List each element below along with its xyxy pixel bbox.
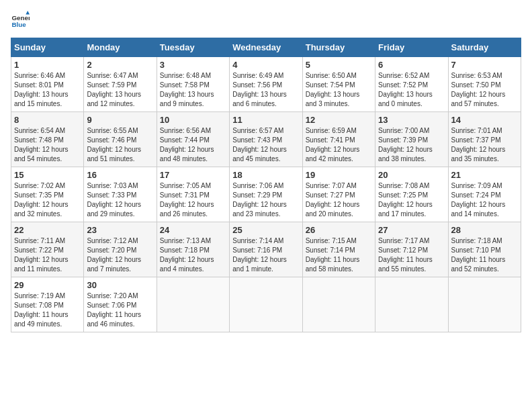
day-info: Sunrise: 7:17 AM Sunset: 7:12 PM Dayligh… <box>378 236 445 274</box>
svg-text:Blue: Blue <box>11 21 26 28</box>
col-header-friday: Friday <box>375 38 448 57</box>
day-number: 1 <box>14 60 81 70</box>
calendar-cell: 21 Sunrise: 7:09 AM Sunset: 7:24 PM Dayl… <box>448 167 521 222</box>
day-number: 25 <box>232 225 299 235</box>
svg-marker-2 <box>26 11 30 15</box>
logo-icon: General Blue <box>11 11 30 30</box>
day-info: Sunrise: 6:53 AM Sunset: 7:50 PM Dayligh… <box>451 71 518 109</box>
day-info: Sunrise: 7:08 AM Sunset: 7:25 PM Dayligh… <box>378 181 445 219</box>
day-info: Sunrise: 6:46 AM Sunset: 8:01 PM Dayligh… <box>14 71 81 109</box>
day-number: 5 <box>306 60 372 70</box>
day-info: Sunrise: 7:14 AM Sunset: 7:16 PM Dayligh… <box>232 236 299 274</box>
day-number: 27 <box>378 225 445 235</box>
calendar-week-2: 8 Sunrise: 6:54 AM Sunset: 7:48 PM Dayli… <box>11 112 521 167</box>
calendar-cell: 23 Sunrise: 7:12 AM Sunset: 7:20 PM Dayl… <box>84 222 157 277</box>
calendar-cell: 8 Sunrise: 6:54 AM Sunset: 7:48 PM Dayli… <box>11 112 84 167</box>
day-info: Sunrise: 6:56 AM Sunset: 7:44 PM Dayligh… <box>160 126 226 164</box>
calendar-cell: 5 Sunrise: 6:50 AM Sunset: 7:54 PM Dayli… <box>302 57 375 112</box>
day-info: Sunrise: 7:02 AM Sunset: 7:35 PM Dayligh… <box>14 181 81 219</box>
day-info: Sunrise: 7:05 AM Sunset: 7:31 PM Dayligh… <box>160 181 226 219</box>
col-header-wednesday: Wednesday <box>230 38 302 57</box>
calendar-cell <box>448 277 521 332</box>
calendar-cell: 4 Sunrise: 6:49 AM Sunset: 7:56 PM Dayli… <box>230 57 302 112</box>
day-info: Sunrise: 7:03 AM Sunset: 7:33 PM Dayligh… <box>87 181 153 219</box>
day-number: 20 <box>378 170 445 180</box>
calendar-cell: 1 Sunrise: 6:46 AM Sunset: 8:01 PM Dayli… <box>11 57 84 112</box>
calendar-cell: 12 Sunrise: 6:59 AM Sunset: 7:41 PM Dayl… <box>302 112 375 167</box>
calendar-cell <box>302 277 375 332</box>
page-header: General Blue <box>11 11 521 30</box>
logo: General Blue <box>11 11 32 30</box>
calendar-header: SundayMondayTuesdayWednesdayThursdayFrid… <box>11 38 521 57</box>
day-info: Sunrise: 6:54 AM Sunset: 7:48 PM Dayligh… <box>14 126 81 164</box>
day-number: 13 <box>378 115 445 125</box>
calendar-cell: 28 Sunrise: 7:18 AM Sunset: 7:10 PM Dayl… <box>448 222 521 277</box>
day-info: Sunrise: 6:57 AM Sunset: 7:43 PM Dayligh… <box>232 126 299 164</box>
day-info: Sunrise: 6:50 AM Sunset: 7:54 PM Dayligh… <box>306 71 372 109</box>
day-number: 9 <box>87 115 153 125</box>
day-info: Sunrise: 7:01 AM Sunset: 7:37 PM Dayligh… <box>451 126 518 164</box>
day-number: 26 <box>306 225 372 235</box>
calendar-cell: 3 Sunrise: 6:48 AM Sunset: 7:58 PM Dayli… <box>157 57 229 112</box>
calendar-cell: 30 Sunrise: 7:20 AM Sunset: 7:06 PM Dayl… <box>84 277 157 332</box>
day-number: 14 <box>451 115 518 125</box>
day-number: 29 <box>14 280 81 290</box>
day-number: 12 <box>306 115 372 125</box>
day-info: Sunrise: 6:48 AM Sunset: 7:58 PM Dayligh… <box>160 71 226 109</box>
day-number: 4 <box>232 60 299 70</box>
col-header-tuesday: Tuesday <box>157 38 229 57</box>
calendar-cell: 13 Sunrise: 7:00 AM Sunset: 7:39 PM Dayl… <box>375 112 448 167</box>
calendar-cell: 26 Sunrise: 7:15 AM Sunset: 7:14 PM Dayl… <box>302 222 375 277</box>
day-number: 19 <box>306 170 372 180</box>
calendar-cell: 18 Sunrise: 7:06 AM Sunset: 7:29 PM Dayl… <box>230 167 302 222</box>
day-info: Sunrise: 7:18 AM Sunset: 7:10 PM Dayligh… <box>451 236 518 274</box>
calendar-cell: 15 Sunrise: 7:02 AM Sunset: 7:35 PM Dayl… <box>11 167 84 222</box>
day-info: Sunrise: 7:12 AM Sunset: 7:20 PM Dayligh… <box>87 236 153 274</box>
day-number: 30 <box>87 280 153 290</box>
day-number: 8 <box>14 115 81 125</box>
day-number: 3 <box>160 60 226 70</box>
day-number: 16 <box>87 170 153 180</box>
day-number: 23 <box>87 225 153 235</box>
day-number: 18 <box>232 170 299 180</box>
day-number: 22 <box>14 225 81 235</box>
calendar-cell: 27 Sunrise: 7:17 AM Sunset: 7:12 PM Dayl… <box>375 222 448 277</box>
calendar-week-3: 15 Sunrise: 7:02 AM Sunset: 7:35 PM Dayl… <box>11 167 521 222</box>
calendar-cell <box>157 277 229 332</box>
day-number: 21 <box>451 170 518 180</box>
calendar-cell: 10 Sunrise: 6:56 AM Sunset: 7:44 PM Dayl… <box>157 112 229 167</box>
calendar-cell: 19 Sunrise: 7:07 AM Sunset: 7:27 PM Dayl… <box>302 167 375 222</box>
day-info: Sunrise: 7:20 AM Sunset: 7:06 PM Dayligh… <box>87 291 153 329</box>
day-number: 6 <box>378 60 445 70</box>
col-header-monday: Monday <box>84 38 157 57</box>
calendar-week-1: 1 Sunrise: 6:46 AM Sunset: 8:01 PM Dayli… <box>11 57 521 112</box>
day-number: 2 <box>87 60 153 70</box>
calendar-cell: 14 Sunrise: 7:01 AM Sunset: 7:37 PM Dayl… <box>448 112 521 167</box>
day-info: Sunrise: 7:09 AM Sunset: 7:24 PM Dayligh… <box>451 181 518 219</box>
day-info: Sunrise: 6:47 AM Sunset: 7:59 PM Dayligh… <box>87 71 153 109</box>
calendar-week-4: 22 Sunrise: 7:11 AM Sunset: 7:22 PM Dayl… <box>11 222 521 277</box>
day-info: Sunrise: 7:19 AM Sunset: 7:08 PM Dayligh… <box>14 291 81 329</box>
calendar-cell: 11 Sunrise: 6:57 AM Sunset: 7:43 PM Dayl… <box>230 112 302 167</box>
day-info: Sunrise: 7:13 AM Sunset: 7:18 PM Dayligh… <box>160 236 226 274</box>
day-number: 17 <box>160 170 226 180</box>
calendar-cell: 20 Sunrise: 7:08 AM Sunset: 7:25 PM Dayl… <box>375 167 448 222</box>
day-info: Sunrise: 7:15 AM Sunset: 7:14 PM Dayligh… <box>306 236 372 274</box>
day-info: Sunrise: 7:00 AM Sunset: 7:39 PM Dayligh… <box>378 126 445 164</box>
col-header-sunday: Sunday <box>11 38 84 57</box>
col-header-saturday: Saturday <box>448 38 521 57</box>
day-info: Sunrise: 7:11 AM Sunset: 7:22 PM Dayligh… <box>14 236 81 274</box>
day-number: 7 <box>451 60 518 70</box>
day-info: Sunrise: 6:59 AM Sunset: 7:41 PM Dayligh… <box>306 126 372 164</box>
day-info: Sunrise: 6:55 AM Sunset: 7:46 PM Dayligh… <box>87 126 153 164</box>
calendar-cell: 2 Sunrise: 6:47 AM Sunset: 7:59 PM Dayli… <box>84 57 157 112</box>
calendar-table: SundayMondayTuesdayWednesdayThursdayFrid… <box>11 38 521 332</box>
day-info: Sunrise: 7:07 AM Sunset: 7:27 PM Dayligh… <box>306 181 372 219</box>
day-number: 11 <box>232 115 299 125</box>
calendar-week-5: 29 Sunrise: 7:19 AM Sunset: 7:08 PM Dayl… <box>11 277 521 332</box>
calendar-cell: 22 Sunrise: 7:11 AM Sunset: 7:22 PM Dayl… <box>11 222 84 277</box>
calendar-cell: 24 Sunrise: 7:13 AM Sunset: 7:18 PM Dayl… <box>157 222 229 277</box>
day-number: 15 <box>14 170 81 180</box>
calendar-cell <box>230 277 302 332</box>
calendar-cell: 9 Sunrise: 6:55 AM Sunset: 7:46 PM Dayli… <box>84 112 157 167</box>
